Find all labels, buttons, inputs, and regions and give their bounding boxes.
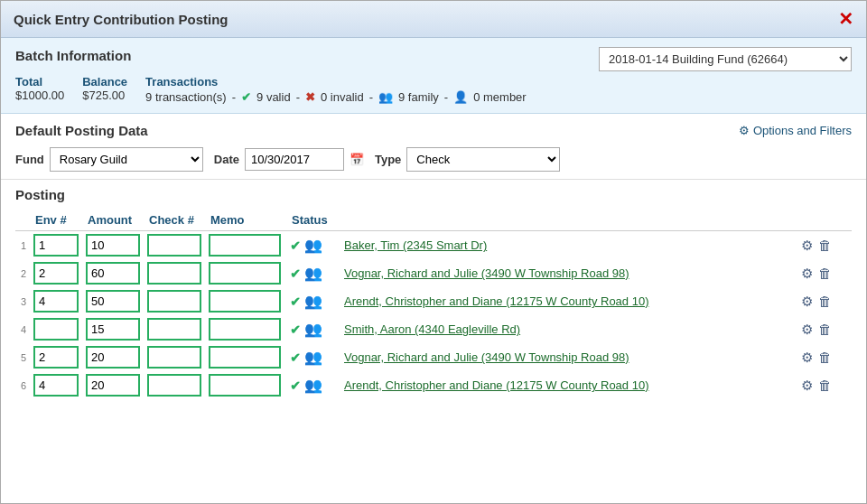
row-number: 6 xyxy=(15,371,30,399)
fund-field-group: Fund Rosary Guild xyxy=(15,147,203,172)
row-trash-icon[interactable]: 🗑 xyxy=(818,266,832,281)
batch-dropdown: 2018-01-14 Building Fund (62664) xyxy=(599,47,852,71)
default-posting-section: Default Posting Data ⚙ Options and Filte… xyxy=(1,114,866,180)
memo-input[interactable] xyxy=(209,262,281,285)
amount-input[interactable] xyxy=(86,262,140,285)
table-header-row: Env # Amount Check # Memo Status xyxy=(15,210,852,231)
name-cell: Smith, Aaron (4340 Eagleville Rd) xyxy=(340,315,797,343)
check-input[interactable] xyxy=(147,234,201,257)
fund-label: Fund xyxy=(15,153,44,166)
memo-cell xyxy=(205,231,286,260)
person-link[interactable]: Vognar, Richard and Julie (3490 W Townsh… xyxy=(344,350,629,364)
actions-cell: ⚙ 🗑 xyxy=(797,287,852,315)
row-trash-icon[interactable]: 🗑 xyxy=(818,238,832,253)
env-input[interactable] xyxy=(33,290,79,313)
check-cell xyxy=(144,231,205,260)
options-filter-button[interactable]: ⚙ Options and Filters xyxy=(739,124,852,137)
actions-cell: ⚙ 🗑 xyxy=(797,315,852,343)
family-person-icon: 👥 xyxy=(304,377,322,394)
row-trash-icon[interactable]: 🗑 xyxy=(818,378,832,393)
col-env-header: Env # xyxy=(30,210,82,231)
check-input[interactable] xyxy=(147,290,201,313)
env-input[interactable] xyxy=(33,234,79,257)
date-label: Date xyxy=(214,153,239,166)
env-input[interactable] xyxy=(33,374,79,397)
valid-checkmark-icon: ✔ xyxy=(290,294,301,309)
row-gear-icon[interactable]: ⚙ xyxy=(801,350,813,366)
row-gear-icon[interactable]: ⚙ xyxy=(801,238,813,254)
row-trash-icon[interactable]: 🗑 xyxy=(818,322,832,337)
person-link[interactable]: Arendt, Christopher and Diane (12175 W C… xyxy=(344,378,648,392)
actions-cell: ⚙ 🗑 xyxy=(797,259,852,287)
amount-cell xyxy=(82,315,144,343)
memo-input[interactable] xyxy=(209,290,281,313)
total-stat: Total $1000.00 xyxy=(15,75,64,104)
person-link[interactable]: Smith, Aaron (4340 Eagleville Rd) xyxy=(344,322,520,336)
memo-input[interactable] xyxy=(209,374,281,397)
memo-cell xyxy=(205,287,286,315)
memo-input[interactable] xyxy=(209,346,281,369)
balance-stat: Balance $725.00 xyxy=(82,75,127,104)
amount-cell xyxy=(82,343,144,371)
posting-section: Posting Env # Amount Check # Memo Status… xyxy=(1,180,866,503)
person-link[interactable]: Baker, Tim (2345 Smart Dr) xyxy=(344,238,487,252)
calendar-icon[interactable]: 📅 xyxy=(350,153,364,166)
close-button[interactable]: ✕ xyxy=(838,10,853,28)
memo-input[interactable] xyxy=(209,318,281,341)
env-cell xyxy=(30,315,82,343)
amount-input[interactable] xyxy=(86,374,140,397)
row-number: 3 xyxy=(15,287,30,315)
transactions-label: Transactions xyxy=(145,75,527,89)
row-gear-icon[interactable]: ⚙ xyxy=(801,294,813,310)
batch-select[interactable]: 2018-01-14 Building Fund (62664) xyxy=(599,47,852,71)
env-input[interactable] xyxy=(33,318,79,341)
memo-cell xyxy=(205,343,286,371)
type-select[interactable]: Check xyxy=(406,147,560,172)
transactions-stat: Transactions 9 transaction(s) - ✔ 9 vali… xyxy=(145,75,527,104)
check-cell xyxy=(144,343,205,371)
valid-checkmark-icon: ✔ xyxy=(290,322,301,337)
col-name-header xyxy=(340,210,797,231)
check-input[interactable] xyxy=(147,318,201,341)
env-input[interactable] xyxy=(33,346,79,369)
col-num-header xyxy=(15,210,30,231)
env-input[interactable] xyxy=(33,262,79,285)
amount-input[interactable] xyxy=(86,234,140,257)
check-cell xyxy=(144,315,205,343)
memo-input[interactable] xyxy=(209,234,281,257)
check-input[interactable] xyxy=(147,262,201,285)
row-trash-icon[interactable]: 🗑 xyxy=(818,350,832,365)
row-gear-icon[interactable]: ⚙ xyxy=(801,378,813,394)
valid-checkmark-icon: ✔ xyxy=(290,350,301,365)
amount-input[interactable] xyxy=(86,290,140,313)
status-cell: ✔ 👥 xyxy=(286,231,340,260)
check-input[interactable] xyxy=(147,374,201,397)
row-number: 1 xyxy=(15,231,30,260)
row-gear-icon[interactable]: ⚙ xyxy=(801,322,813,338)
env-cell xyxy=(30,231,82,260)
amount-input[interactable] xyxy=(86,318,140,341)
row-trash-icon[interactable]: 🗑 xyxy=(818,294,832,309)
memo-cell xyxy=(205,259,286,287)
family-person-icon: 👥 xyxy=(304,237,322,254)
table-row: 1 ✔ 👥 Baker, Tim (2345 Smart Dr) ⚙ 🗑 xyxy=(15,231,852,260)
name-cell: Vognar, Richard and Julie (3490 W Townsh… xyxy=(340,259,797,287)
memo-cell xyxy=(205,315,286,343)
check-input[interactable] xyxy=(147,346,201,369)
separator-1: - xyxy=(232,90,236,104)
type-label: Type xyxy=(375,153,401,166)
fund-select[interactable]: Rosary Guild xyxy=(50,147,203,172)
row-gear-icon[interactable]: ⚙ xyxy=(801,266,813,282)
person-link[interactable]: Arendt, Christopher and Diane (12175 W C… xyxy=(344,294,648,308)
col-amount-header: Amount xyxy=(82,210,144,231)
posting-title: Posting xyxy=(15,187,852,202)
valid-checkmark-icon: ✔ xyxy=(290,238,301,253)
amount-input[interactable] xyxy=(86,346,140,369)
table-row: 4 ✔ 👥 Smith, Aaron (4340 Eagleville Rd) … xyxy=(15,315,852,343)
date-field-group: Date 📅 xyxy=(214,148,364,171)
person-link[interactable]: Vognar, Richard and Julie (3490 W Townsh… xyxy=(344,266,629,280)
valid-checkmark-icon: ✔ xyxy=(290,266,301,281)
status-cell: ✔ 👥 xyxy=(286,315,340,343)
status-cell: ✔ 👥 xyxy=(286,287,340,315)
date-input[interactable] xyxy=(245,148,344,171)
